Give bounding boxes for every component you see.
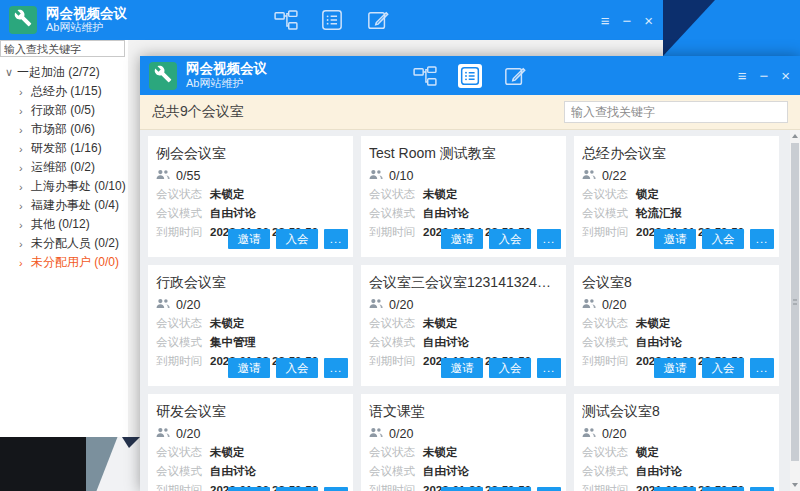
more-button[interactable]: ... <box>324 358 348 378</box>
tree-item[interactable]: › 总经办 (1/15) <box>0 82 128 101</box>
wrench-icon <box>14 9 32 31</box>
front-titlebar: 网会视频会议 Ab网站维护 ≡ − × <box>140 56 800 95</box>
more-button[interactable]: ... <box>750 358 774 378</box>
menu-button[interactable]: ≡ <box>601 13 610 28</box>
tree-item-label: 未分配人员 (0/2) <box>31 235 119 252</box>
chevron-right-icon[interactable]: › <box>19 143 31 155</box>
room-search-input[interactable] <box>564 101 788 123</box>
room-status: 未锁定 <box>423 188 458 202</box>
room-mode: 自由讨论 <box>210 207 256 221</box>
mode-label: 会议模式 <box>156 336 210 350</box>
menu-button[interactable]: ≡ <box>738 68 747 83</box>
status-label: 会议状态 <box>156 188 210 202</box>
chevron-down-icon[interactable]: ∨ <box>5 66 17 79</box>
org-tree: ∨ 一起加油 (2/72) › 总经办 (1/15) › 行政部 (0/5) ›… <box>0 57 128 272</box>
join-button[interactable]: 入会 <box>702 358 744 378</box>
chevron-right-icon[interactable]: › <box>19 238 31 250</box>
status-label: 会议状态 <box>369 188 423 202</box>
tree-item[interactable]: › 市场部 (0/6) <box>0 120 128 139</box>
join-button[interactable]: 入会 <box>276 229 318 249</box>
tree-item[interactable]: › 福建办事处 (0/4) <box>0 196 128 215</box>
sidebar-search-input[interactable] <box>0 40 125 57</box>
tree-item[interactable]: › 其他 (0/12) <box>0 215 128 234</box>
join-button[interactable]: 入会 <box>276 358 318 378</box>
room-mode: 集中管理 <box>210 336 256 350</box>
more-button[interactable]: ... <box>537 487 561 491</box>
invite-button[interactable]: 邀请 <box>441 229 483 249</box>
chevron-right-icon[interactable]: › <box>19 181 31 193</box>
chevron-right-icon[interactable]: › <box>19 124 31 136</box>
more-button[interactable]: ... <box>750 229 774 249</box>
app-subtitle: Ab网站维护 <box>46 21 127 34</box>
more-button[interactable]: ... <box>537 358 561 378</box>
join-button[interactable]: 入会 <box>702 229 744 249</box>
room-list-icon-active[interactable] <box>458 64 482 88</box>
people-icon <box>582 298 596 312</box>
tree-item[interactable]: › 研发部 (1/16) <box>0 139 128 158</box>
join-button[interactable]: 入会 <box>489 229 531 249</box>
room-mode: 自由讨论 <box>636 465 682 479</box>
room-count: 0/22 <box>602 169 626 183</box>
invite-button[interactable]: 邀请 <box>441 487 483 491</box>
invite-button[interactable]: 邀请 <box>228 487 270 491</box>
minimize-button[interactable]: − <box>759 68 768 83</box>
org-chart-icon[interactable] <box>412 63 438 89</box>
join-button[interactable]: 入会 <box>702 487 744 491</box>
mode-label: 会议模式 <box>582 207 636 221</box>
tree-item[interactable]: › 上海办事处 (0/10) <box>0 177 128 196</box>
expire-label: 到期时间 <box>156 484 210 491</box>
join-button[interactable]: 入会 <box>276 487 318 491</box>
expire-label: 到期时间 <box>156 355 210 369</box>
invite-button[interactable]: 邀请 <box>654 229 696 249</box>
minimize-button[interactable]: − <box>622 13 631 28</box>
edit-icon[interactable] <box>502 63 528 89</box>
expire-label: 到期时间 <box>156 226 210 240</box>
wallpaper-black-block <box>0 437 86 491</box>
room-list-icon[interactable] <box>319 7 345 33</box>
tree-item[interactable]: ∨ 一起加油 (2/72) <box>0 63 128 82</box>
mode-label: 会议模式 <box>156 465 210 479</box>
room-status: 未锁定 <box>210 317 245 331</box>
tree-item[interactable]: › 运维部 (0/2) <box>0 158 128 177</box>
invite-button[interactable]: 邀请 <box>228 358 270 378</box>
chevron-right-icon[interactable]: › <box>19 105 31 117</box>
invite-button[interactable]: 邀请 <box>441 358 483 378</box>
tree-item[interactable]: › 行政部 (0/5) <box>0 101 128 120</box>
chevron-right-icon[interactable]: › <box>19 219 31 231</box>
chevron-right-icon[interactable]: › <box>19 162 31 174</box>
room-mode: 轮流汇报 <box>636 207 682 221</box>
more-button[interactable]: ... <box>537 229 561 249</box>
app-subtitle: Ab网站维护 <box>186 77 267 90</box>
expire-label: 到期时间 <box>582 484 636 491</box>
chevron-right-icon[interactable]: › <box>19 86 31 98</box>
chevron-right-icon[interactable]: › <box>19 257 31 269</box>
mode-label: 会议模式 <box>369 207 423 221</box>
scroll-down-arrow-icon[interactable] <box>790 479 800 491</box>
join-button[interactable]: 入会 <box>489 487 531 491</box>
tree-item[interactable]: › 未分配人员 (0/2) <box>0 234 128 253</box>
expire-label: 到期时间 <box>369 484 423 491</box>
bg-titlebar: 网会视频会议 Ab网站维护 ≡ − × <box>0 0 663 40</box>
invite-button[interactable]: 邀请 <box>654 358 696 378</box>
more-button[interactable]: ... <box>750 487 774 491</box>
scrollbar-thumb[interactable] <box>791 143 799 461</box>
invite-button[interactable]: 邀请 <box>654 487 696 491</box>
edit-icon[interactable] <box>365 7 391 33</box>
status-label: 会议状态 <box>156 446 210 460</box>
app-logo <box>9 6 37 34</box>
org-chart-icon[interactable] <box>273 7 299 33</box>
wallpaper-navy-wedge <box>120 437 140 448</box>
invite-button[interactable]: 邀请 <box>228 229 270 249</box>
close-button[interactable]: × <box>644 13 653 28</box>
join-button[interactable]: 入会 <box>489 358 531 378</box>
scroll-up-arrow-icon[interactable] <box>790 130 800 142</box>
close-button[interactable]: × <box>781 68 790 83</box>
status-label: 会议状态 <box>582 317 636 331</box>
chevron-right-icon[interactable]: › <box>19 200 31 212</box>
tree-item[interactable]: › 未分配用户 (0/0) <box>0 253 128 272</box>
app-logo <box>149 62 177 90</box>
vertical-scrollbar[interactable] <box>790 130 800 491</box>
more-button[interactable]: ... <box>324 487 348 491</box>
more-button[interactable]: ... <box>324 229 348 249</box>
room-name: 总经办会议室 <box>582 145 771 163</box>
